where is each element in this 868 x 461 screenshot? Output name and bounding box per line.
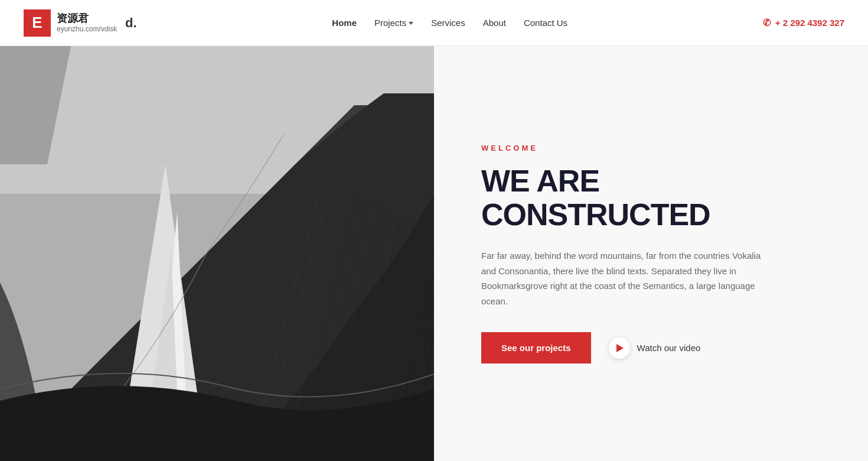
watch-video-button[interactable]: Watch our video bbox=[609, 337, 701, 359]
hero-description: Far far away, behind the word mountains,… bbox=[481, 248, 776, 309]
main-content: WELCOME WE ARE CONSTRUCTED Far far away,… bbox=[0, 0, 868, 461]
chevron-down-icon bbox=[409, 22, 413, 25]
logo-box: E bbox=[24, 9, 51, 37]
nav-services[interactable]: Services bbox=[431, 18, 465, 28]
logo-title: 资源君 bbox=[57, 12, 117, 25]
play-icon bbox=[616, 344, 624, 352]
hero-content: WELCOME WE ARE CONSTRUCTED Far far away,… bbox=[434, 46, 868, 461]
hero-image bbox=[0, 46, 434, 461]
main-nav: Home Projects Services About Contact Us bbox=[332, 18, 567, 28]
see-projects-button[interactable]: See our projects bbox=[481, 332, 591, 363]
logo[interactable]: E 资源君 eyunzhu.com/vdisk d. bbox=[24, 9, 137, 37]
phone-number: + 2 292 4392 327 bbox=[775, 18, 844, 28]
play-button[interactable] bbox=[609, 337, 630, 359]
hero-illustration bbox=[0, 46, 434, 461]
phone-icon: ✆ bbox=[763, 17, 771, 28]
watch-video-label: Watch our video bbox=[637, 343, 701, 353]
logo-letter: E bbox=[32, 14, 42, 32]
cta-area: See our projects Watch our video bbox=[481, 332, 821, 363]
hero-title: WE ARE CONSTRUCTED bbox=[481, 164, 821, 232]
nav-about[interactable]: About bbox=[483, 18, 506, 28]
nav-home[interactable]: Home bbox=[332, 18, 357, 28]
logo-text: 资源君 eyunzhu.com/vdisk bbox=[57, 12, 117, 34]
nav-projects[interactable]: Projects bbox=[374, 18, 413, 28]
phone-area: ✆ + 2 292 4392 327 bbox=[763, 17, 844, 28]
logo-subtitle: eyunzhu.com/vdisk bbox=[57, 25, 117, 33]
logo-d: d. bbox=[125, 15, 137, 31]
welcome-label: WELCOME bbox=[481, 144, 821, 152]
nav-contact[interactable]: Contact Us bbox=[524, 18, 567, 28]
site-header: E 资源君 eyunzhu.com/vdisk d. Home Projects… bbox=[0, 0, 868, 46]
